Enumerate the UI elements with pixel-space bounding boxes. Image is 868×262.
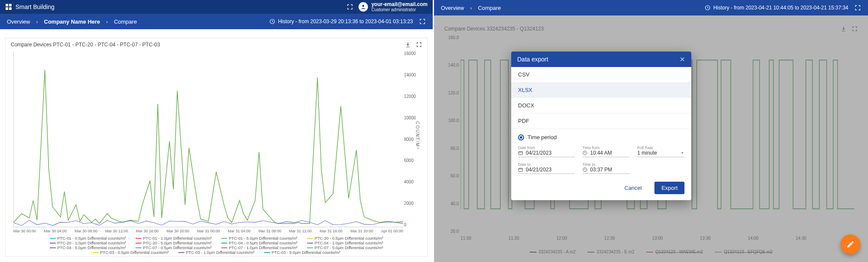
svg-rect-0 [6,4,8,6]
expand-card-icon[interactable] [416,42,422,48]
export-format-option[interactable]: DOCX [511,98,691,113]
fab-edit-button[interactable] [841,235,860,254]
chart-title: Compare Devices PTC-01 - PTC-20 - PTC-04… [11,42,160,48]
expand-icon[interactable] [854,4,861,11]
history-range[interactable]: History - from 2023-03-29 20:13:36 to 20… [269,18,413,24]
x-axis: Mar 30 00:00Mar 30 04:00Mar 30 08:00Mar … [13,229,403,233]
y-axis-label: COUNT/M³ [415,122,420,150]
user-role: Customer administrator [371,7,428,12]
fullscreen-icon[interactable] [345,3,355,10]
legend-item[interactable]: PTC-04 - 1.0µm Differential counts/m³ [307,241,383,245]
export-format-option[interactable]: CSV [511,67,691,82]
svg-rect-2 [6,7,8,10]
svg-point-4 [362,5,365,7]
svg-rect-7 [519,152,523,155]
time-to-field[interactable]: Time to 03:37 PM [582,161,630,174]
export-format-option[interactable]: XLSX [511,82,691,98]
legend-item[interactable]: PTC-03 - 1.0µm Differential counts/m³ [178,250,255,255]
brand-icon [5,3,12,10]
legend-item[interactable]: PTC-07 - 1.0µm Differential counts/m³ [221,245,298,250]
legend-item[interactable]: PTC-04 - 0.5µm Differential counts/m³ [221,241,298,245]
clock-icon [269,18,275,24]
breadcrumb-bar: Overview › Company Name Here › Compare H… [0,14,433,29]
legend-item[interactable]: PTC-01 - 1.0µm Differential counts/m³ [136,236,212,241]
svg-rect-3 [9,7,12,10]
download-icon[interactable] [405,42,411,48]
close-icon[interactable] [679,56,685,62]
crumb-compare[interactable]: Compare [114,18,137,25]
date-to-field[interactable]: Date to 04/21/2023 [518,161,575,174]
legend-item[interactable]: PTC-20 - 5.0µm Differential counts/m³ [136,241,212,245]
poll-rate-field[interactable]: Poll Rate 1 minute [637,145,684,157]
time-period-radio[interactable]: Time period [511,129,691,141]
expand-icon[interactable] [419,18,426,25]
chart-area[interactable] [13,51,403,227]
clock-icon [582,150,588,155]
pencil-icon [846,240,855,249]
crumb-compare[interactable]: Compare [478,5,501,11]
crumb-company[interactable]: Company Name Here [44,18,100,25]
clock-icon [705,5,711,11]
cancel-button[interactable]: Cancel [618,182,648,194]
chart-card: Compare Devices PTC-01 - PTC-20 - PTC-04… [5,38,428,257]
left-screenshot: Smart Building your-email@email.com Cust… [0,0,434,262]
clock-icon [582,167,588,172]
calendar-icon [518,150,523,155]
breadcrumb: Overview › Compare [441,5,501,11]
brand-title: Smart Building [15,3,54,10]
svg-rect-1 [9,4,12,6]
legend-item[interactable]: PTC-20 - 1.0µm Differential counts/m³ [50,241,126,245]
chart-legend: PTC-01 - 0.5µm Differential counts/m³PTC… [18,236,415,255]
date-from-field[interactable]: Date from 04/21/2023 [518,145,575,157]
time-from-field[interactable]: Time from 10:44 AM [582,145,630,157]
breadcrumb-bar: Overview › Compare History - from 2023-0… [434,0,868,15]
legend-item[interactable]: PTC-01 - 0.5µm Differential counts/m³ [50,236,126,241]
right-screenshot: Overview › Compare History - from 2023-0… [434,0,868,262]
user-block[interactable]: your-email@email.com Customer administra… [371,2,428,12]
legend-item[interactable]: PTC-20 - 0.5µm Differential counts/m³ [307,236,383,241]
chart-title-bar: Compare Devices PTC-01 - PTC-20 - PTC-04… [6,38,427,51]
crumb-overview[interactable]: Overview [7,18,30,25]
user-avatar-icon[interactable] [359,2,368,12]
data-export-modal: Data export CSVXLSXDOCXPDF Time period D… [511,52,691,200]
export-format-option[interactable]: PDF [511,113,691,129]
modal-title: Data export [517,56,548,63]
chart-plot: 1600014000120001000080006000400020000 CO… [9,51,424,256]
legend-item[interactable]: PTC-07 - 0.5µm Differential counts/m³ [136,245,212,250]
legend-item[interactable]: PTC-07 - 5.0µm Differential counts/m³ [307,245,383,250]
modal-header: Data export [511,52,691,67]
chevron-down-icon [680,151,684,155]
legend-item[interactable]: PTC-03 - 0.5µm Differential counts/m³ [93,250,169,255]
export-button[interactable]: Export [654,182,684,194]
app-topbar: Smart Building your-email@email.com Cust… [0,0,433,14]
legend-item[interactable]: PTC-03 - 5.0µm Differential counts/m³ [264,250,341,255]
breadcrumb: Overview › Company Name Here › Compare [7,18,137,25]
legend-item[interactable]: PTC-04 - 5.0µm Differential counts/m³ [50,245,126,250]
user-email: your-email@email.com [371,2,428,7]
radio-icon [518,134,524,140]
calendar-icon [518,167,523,172]
history-range[interactable]: History - from 2023-04-21 10:44:05 to 20… [705,5,848,11]
svg-rect-9 [519,168,523,172]
legend-item[interactable]: PTC-01 - 5.0µm Differential counts/m³ [221,236,298,241]
crumb-overview[interactable]: Overview [441,5,464,11]
